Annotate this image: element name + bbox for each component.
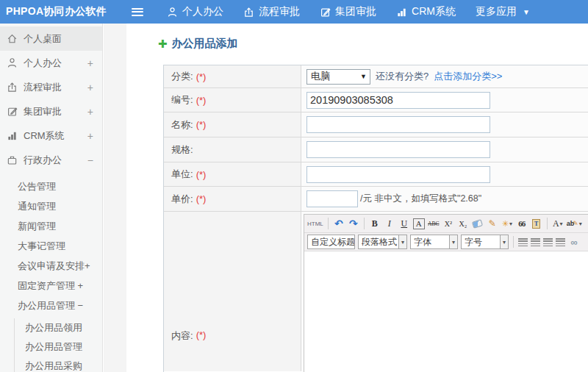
unit-input[interactable] [306,166,490,183]
price-label: 单价: (*) [164,187,301,211]
format-block-button[interactable]: A [413,218,425,229]
link-icon[interactable]: ∞ [568,235,580,249]
align-justify-icon[interactable] [556,238,565,246]
category-select[interactable]: 电脑 ▼ [306,69,370,85]
flow-icon [7,82,18,93]
required-mark: (*) [196,169,207,180]
content-label: 内容: (*) [164,212,301,371]
form-row-content: 内容: (*) HTML ↶ ↷ B I U [164,212,588,371]
top-nav: 个人办公 流程审批 集团审批 CRM系统 更多应用 ▼ [167,5,530,18]
category-field: 电脑 ▼ 还没有分类? 点击添加分类>> [301,65,588,87]
highlight-color-button[interactable]: ab✎▾ [567,217,582,231]
toolbar-separator [328,218,329,229]
italic-button[interactable]: I [384,217,395,231]
bold-button[interactable]: B [369,217,381,231]
user-icon [167,7,178,18]
code-input[interactable] [306,92,490,109]
nav-workflow-approval[interactable]: 流程审批 [243,5,300,18]
form-row-unit: 单位: (*) [164,162,588,187]
sidebar-item-office-supplies-mgmt[interactable]: 办公用品管理 − [0,296,102,315]
custom-heading-dropdown[interactable]: 自定义标题 ▾ [307,235,355,249]
sidebar-item-supplies-management[interactable]: 办公用品管理 [15,337,102,357]
main-content: ✚ 办公用品添加 分类: (*) 电脑 ▼ 还没有分类? 点击添加分类>> [126,24,588,372]
subscript-button[interactable]: X₂ [457,217,469,231]
editor-toolbar-row-2: 自定义标题 ▾ 段落格式 ▾ 字体 ▾ [304,233,588,251]
nav-label: 个人办公 [182,5,223,18]
name-field [301,112,588,137]
html-source-button[interactable]: HTML [307,217,323,231]
sidebar-item-personal-desktop[interactable]: 个人桌面 [0,26,102,51]
strikethrough-button[interactable]: ABC [428,217,440,231]
select-caret-icon: ▼ [360,73,367,80]
add-category-link[interactable]: 点击添加分类>> [434,70,502,83]
editor-content-area[interactable] [304,251,588,372]
sidebar-item-notice-mgmt[interactable]: 通知管理 [0,196,102,216]
font-family-dropdown[interactable]: 字体 ▾ [410,235,458,249]
form-row-spec: 规格: [164,137,588,162]
nav-label: 集团审批 [335,5,376,18]
price-input[interactable] [306,190,358,207]
toolbar-separator [364,218,365,229]
collapse-indicator[interactable]: − [87,154,93,166]
spec-input[interactable] [306,141,490,158]
sidebar-subsubmenu: 办公用品领用 办公用品管理 办公用品采购 [14,318,102,372]
nav-group-approval[interactable]: 集团审批 [320,5,376,18]
nav-crm-system[interactable]: CRM系统 [396,5,456,18]
nav-more-apps[interactable]: 更多应用 ▼ [476,5,530,18]
underline-button[interactable]: U [398,217,410,231]
sidebar: 个人桌面 个人办公 + 流程审批 + 集团审批 + CRM系统 + [0,24,103,372]
required-mark: (*) [196,193,207,204]
nav-personal-office[interactable]: 个人办公 [167,5,223,18]
align-right-icon[interactable] [543,238,553,246]
price-hint: /元 非中文，如填写格式"2.68" [360,193,481,205]
blockquote-icon[interactable]: 66 [516,217,528,231]
sidebar-item-supplies-requisition[interactable]: 办公用品领用 [15,318,102,337]
hamburger-menu-icon[interactable] [132,8,143,16]
nav-label: 更多应用 [476,5,517,18]
superscript-button[interactable]: X² [442,217,454,231]
sidebar-item-announcement-mgmt[interactable]: 公告管理 [0,176,102,196]
magic-wand-icon[interactable]: ✳▾ [501,217,513,231]
sidebar-item-personal-office[interactable]: 个人办公 + [0,51,102,75]
paragraph-format-dropdown[interactable]: 段落格式 ▾ [358,235,407,249]
page-title: ✚ 办公用品添加 [158,37,238,51]
nav-label: CRM系统 [412,5,456,18]
sidebar-item-group-approval[interactable]: 集团审批 + [0,99,102,124]
home-icon [7,33,18,44]
undo-icon[interactable]: ↶ [333,217,345,231]
name-input[interactable] [306,116,490,133]
expand-indicator[interactable]: + [87,130,93,142]
sidebar-item-meeting-mgmt[interactable]: 会议申请及安排+ [0,256,102,276]
content-field: HTML ↶ ↷ B I U A ABC X² X₂ [301,212,588,371]
expand-indicator[interactable]: + [87,82,93,93]
sidebar-item-label: 行政办公 [24,154,62,167]
sidebar-item-fixed-assets-mgmt[interactable]: 固定资产管理 + [0,276,102,296]
sidebar-item-workflow-approval[interactable]: 流程审批 + [0,75,102,99]
expand-indicator[interactable]: + [87,57,93,69]
sidebar-item-crm-system[interactable]: CRM系统 + [0,124,102,148]
redo-icon[interactable]: ↷ [348,217,359,231]
flow-icon [243,7,254,18]
font-size-dropdown[interactable]: 字号 ▾ [461,235,509,249]
caret-down-icon: ▼ [523,8,530,16]
sidebar-item-label: 流程审批 [24,81,62,94]
align-left-icon[interactable] [518,238,528,246]
rich-text-editor: HTML ↶ ↷ B I U A ABC X² X₂ [304,214,588,372]
app-window: PHPOA协同办公软件 个人办公 流程审批 集团审批 CRM系统 更多应用 ▼ [0,0,588,372]
brush-icon[interactable]: ✎ [487,217,498,231]
paste-text-icon[interactable]: T [531,217,542,231]
nav-label: 流程审批 [259,5,300,18]
form-row-name: 名称: (*) [164,112,588,137]
eraser-icon[interactable] [472,217,484,231]
sidebar-item-supplies-purchase[interactable]: 办公用品采购 [15,357,102,372]
font-color-button[interactable]: A▾ [552,217,564,231]
align-center-icon[interactable] [531,238,540,246]
expand-indicator[interactable]: + [87,106,93,118]
sidebar-item-news-mgmt[interactable]: 新闻管理 [0,216,102,236]
sidebar-item-events-mgmt[interactable]: 大事记管理 [0,236,102,256]
edit-icon [7,106,18,117]
spec-field [301,137,588,162]
sidebar-item-admin-office[interactable]: 行政办公 − [0,148,102,172]
no-category-note: 还没有分类? [376,70,429,83]
form-row-code: 编号: (*) [164,88,588,112]
